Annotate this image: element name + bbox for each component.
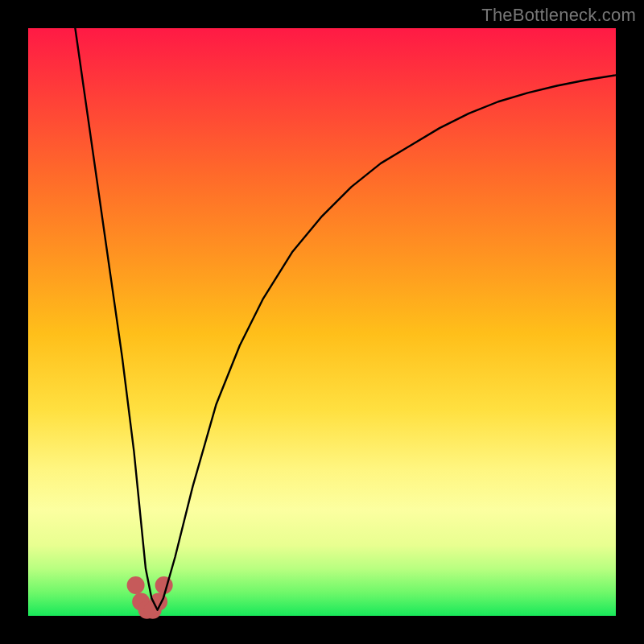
chart-svg	[28, 28, 616, 616]
plot-area	[28, 28, 616, 616]
watermark-label: TheBottleneck.com	[481, 5, 636, 26]
marker-group	[127, 576, 173, 619]
chart-frame: TheBottleneck.com	[0, 0, 644, 644]
marker-dot	[127, 576, 145, 594]
marker-dot	[155, 576, 173, 594]
curve-path	[75, 28, 616, 610]
